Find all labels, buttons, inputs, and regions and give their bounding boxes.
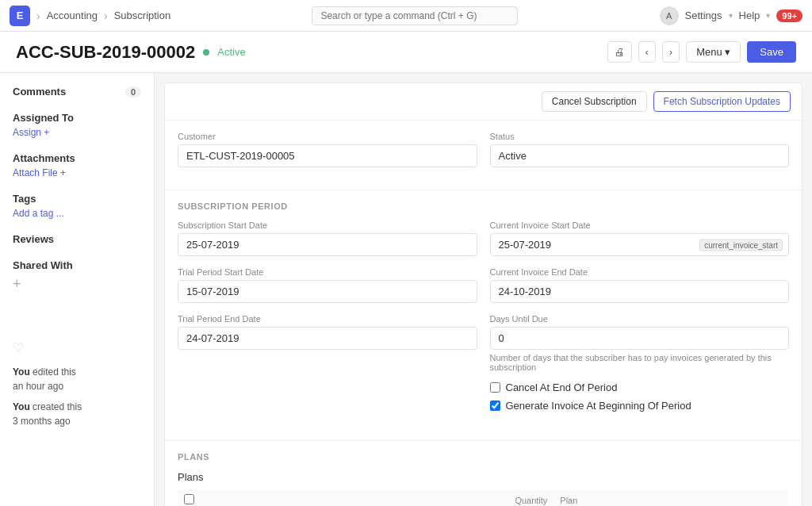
days-until-due-label: Days Until Due: [490, 314, 790, 324]
search-input[interactable]: [312, 6, 518, 25]
days-until-due-input[interactable]: [490, 327, 790, 350]
plans-table-header-row: Quantity Plan: [178, 489, 789, 506]
help-chevron-icon: ▾: [766, 11, 770, 20]
trial-end-label: Trial Period End Date: [178, 314, 477, 324]
generate-invoice-label: Generate Invoice At Beginning Of Period: [506, 400, 691, 412]
page-header: ACC-SUB-2019-00002 Active 🖨 ‹ › Menu ▾ S…: [0, 32, 812, 73]
customer-row: Customer ETL-CUST-2019-00005 Status Acti…: [178, 132, 789, 167]
card-actions-bar: Cancel Subscription Fetch Subscription U…: [165, 83, 802, 121]
start-date-label: Subscription Start Date: [178, 220, 477, 230]
plans-section-label: PLANS: [178, 452, 789, 462]
sidebar-comments-count: 0: [125, 86, 141, 98]
plans-section: PLANS Plans Quantity Plan: [165, 441, 802, 506]
sidebar-activity-2: You created this3 months ago: [13, 400, 141, 428]
customer-value: ETL-CUST-2019-00005: [178, 144, 477, 167]
sidebar-reviews-section: Reviews: [13, 233, 141, 245]
plans-check-col-header: [178, 489, 201, 506]
status-value: Active: [490, 144, 790, 167]
nav-right-area: A Settings ▾ Help ▾ 99+: [660, 6, 802, 25]
main-card: Cancel Subscription Fetch Subscription U…: [164, 82, 802, 506]
print-button[interactable]: 🖨: [607, 41, 632, 63]
start-date-field: Subscription Start Date 25-07-2019: [178, 220, 477, 256]
sidebar-shared-add[interactable]: +: [13, 276, 141, 293]
sidebar-shared-section: Shared With +: [13, 259, 141, 293]
start-date-value: 25-07-2019: [178, 233, 477, 256]
sidebar-reviews-label: Reviews: [13, 233, 54, 245]
trial-start-field: Trial Period Start Date 15-07-2019: [178, 267, 477, 303]
settings-menu[interactable]: Settings: [685, 10, 722, 21]
customer-label: Customer: [178, 132, 477, 141]
avatar: A: [660, 6, 679, 25]
cancel-at-end-checkbox[interactable]: [490, 382, 500, 393]
days-description: Number of days that the subscriber has t…: [490, 353, 790, 372]
sidebar: Comments 0 Assigned To Assign + Attachme…: [0, 73, 155, 506]
breadcrumb-accounting[interactable]: Accounting: [47, 10, 98, 21]
current-invoice-end-field: Current Invoice End Date 24-10-2019: [490, 267, 790, 303]
notifications-badge[interactable]: 99+: [776, 10, 802, 22]
sidebar-assign-action[interactable]: Assign +: [13, 127, 141, 138]
sidebar-tag-action[interactable]: Add a tag ...: [13, 208, 141, 219]
cancel-subscription-button[interactable]: Cancel Subscription: [542, 91, 647, 112]
customer-field: Customer ETL-CUST-2019-00005: [178, 132, 477, 167]
cancel-at-end-label: Cancel At End Of Period: [506, 381, 618, 393]
sidebar-attachments-section: Attachments Attach File +: [13, 152, 141, 178]
heart-icon: ♡: [13, 340, 141, 355]
trial-start-label: Trial Period Start Date: [178, 267, 477, 277]
app-logo: E: [10, 6, 30, 26]
breadcrumb-sep-2: ›: [104, 10, 108, 22]
trial-start-value: 15-07-2019: [178, 280, 477, 303]
fetch-updates-button[interactable]: Fetch Subscription Updates: [653, 91, 791, 112]
sidebar-tags-label: Tags: [13, 193, 36, 205]
sidebar-tags-section: Tags Add a tag ...: [13, 193, 141, 219]
plans-select-all[interactable]: [184, 494, 194, 504]
current-invoice-start-field: Current Invoice Start Date 25-07-2019 cu…: [490, 220, 790, 256]
status-dot-icon: [203, 49, 209, 56]
customer-section: Customer ETL-CUST-2019-00005 Status Acti…: [165, 121, 802, 190]
settings-chevron-icon: ▾: [729, 11, 733, 20]
breadcrumb-sep-1: ›: [36, 10, 40, 22]
sidebar-comments-section: Comments 0: [13, 86, 141, 98]
current-invoice-end-label: Current Invoice End Date: [490, 267, 790, 277]
current-invoice-start-badge: current_invoice_start: [699, 239, 783, 251]
dates-row-2: Trial Period Start Date 15-07-2019 Curre…: [178, 267, 789, 303]
subscription-period-section: SUBSCRIPTION PERIOD Subscription Start D…: [165, 190, 802, 441]
main-layout: Comments 0 Assigned To Assign + Attachme…: [0, 73, 812, 506]
save-button[interactable]: Save: [747, 41, 796, 63]
menu-button[interactable]: Menu ▾: [686, 41, 741, 63]
dates-row-1: Subscription Start Date 25-07-2019 Curre…: [178, 220, 789, 256]
next-button[interactable]: ›: [662, 41, 680, 63]
trial-end-field: Trial Period End Date 24-07-2019: [178, 314, 477, 418]
sidebar-meta: ♡ You edited thisan hour ago You created…: [13, 340, 141, 428]
generate-invoice-checkbox[interactable]: [490, 401, 500, 411]
current-invoice-end-value: 24-10-2019: [490, 280, 790, 303]
plans-plan-header: Plan: [553, 489, 789, 506]
status-badge: Active: [217, 46, 245, 58]
plans-table: Quantity Plan: [178, 489, 789, 506]
sidebar-attach-action[interactable]: Attach File +: [13, 167, 141, 178]
days-until-due-area: Days Until Due Number of days that the s…: [490, 314, 790, 418]
sidebar-comments-label: Comments: [13, 86, 66, 98]
sidebar-assigned-label: Assigned To: [13, 112, 74, 124]
top-navigation: E › Accounting › Subscription A Settings…: [0, 0, 812, 32]
dates-row-3: Trial Period End Date 24-07-2019 Days Un…: [178, 314, 789, 418]
sidebar-attachments-label: Attachments: [13, 152, 75, 164]
breadcrumb-subscription[interactable]: Subscription: [114, 10, 171, 21]
sidebar-activity-1: You edited thisan hour ago: [13, 365, 141, 393]
header-actions: 🖨 ‹ › Menu ▾ Save: [607, 41, 796, 63]
help-menu[interactable]: Help: [739, 10, 760, 21]
sidebar-shared-label: Shared With: [13, 259, 73, 271]
prev-button[interactable]: ‹: [638, 41, 656, 63]
content-area: Cancel Subscription Fetch Subscription U…: [155, 73, 812, 506]
subscription-period-label: SUBSCRIPTION PERIOD: [178, 201, 789, 211]
plans-quantity-header: Quantity: [201, 489, 553, 506]
status-label: Status: [490, 132, 790, 141]
search-area: [177, 6, 653, 25]
cancel-at-end-row: Cancel At End Of Period: [490, 381, 790, 393]
menu-chevron-icon: ▾: [725, 46, 730, 58]
sidebar-assigned-section: Assigned To Assign +: [13, 112, 141, 138]
generate-invoice-row: Generate Invoice At Beginning Of Period: [490, 400, 790, 412]
page-title: ACC-SUB-2019-00002: [16, 42, 195, 63]
current-invoice-start-label: Current Invoice Start Date: [490, 220, 790, 230]
status-field: Status Active: [490, 132, 790, 167]
trial-end-value: 24-07-2019: [178, 327, 477, 350]
